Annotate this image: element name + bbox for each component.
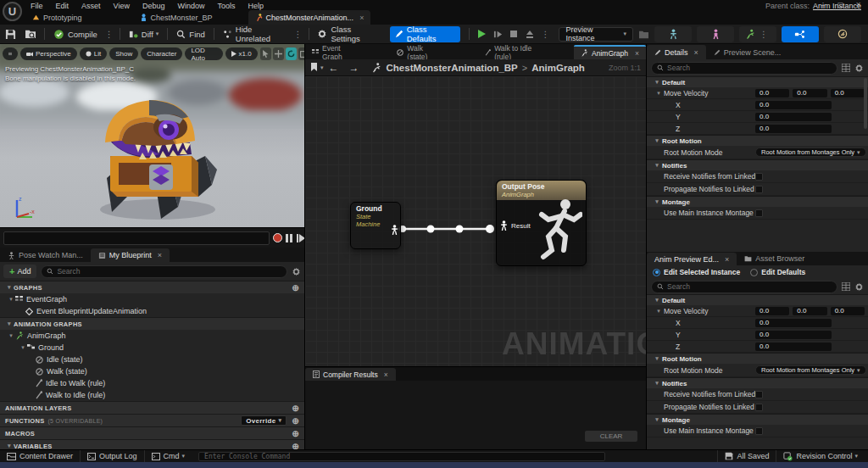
close-tab-icon[interactable]: ×	[694, 48, 698, 57]
pose-output-pin[interactable]	[391, 225, 398, 235]
root-motion-mode-dropdown[interactable]: Root Motion from Montages Only▾	[755, 365, 866, 375]
timeline-track[interactable]	[3, 231, 270, 245]
hide-unrelated-button[interactable]: Hide Unrelated	[218, 26, 292, 42]
play-icon[interactable]	[476, 29, 487, 39]
value-field[interactable]: 0.0	[755, 319, 832, 327]
value-y[interactable]: 0.0	[793, 307, 826, 315]
lit-dropdown[interactable]: Lit	[80, 47, 107, 60]
value-field[interactable]: 0.0	[755, 113, 832, 121]
value-field[interactable]: 0.0	[755, 331, 832, 339]
macros-section-header[interactable]: MACROS ⊕	[0, 426, 304, 439]
tab-event-graph[interactable]: Event Graph	[305, 45, 366, 59]
bookmark-dropdown-icon[interactable]: ▾	[320, 64, 324, 71]
value-z[interactable]: 0.0	[831, 307, 865, 315]
section-notifies[interactable]: ▾Notifies	[647, 159, 868, 170]
breadcrumb-leaf[interactable]: AnimGraph	[531, 63, 585, 73]
details-settings-icon[interactable]	[854, 64, 864, 73]
animation-graphs-section-header[interactable]: ▾ANIMATION GRAPHS	[0, 317, 304, 330]
tree-item-idle-to-walk-rule[interactable]: Idle to Walk (rule)	[0, 377, 304, 389]
compile-options-icon[interactable]: ⋮	[103, 30, 116, 39]
tab-walk-state[interactable]: Walk (state)	[390, 45, 449, 59]
search-input[interactable]	[667, 64, 832, 72]
anim-preview-settings-icon[interactable]	[854, 282, 864, 292]
scale-tool-icon[interactable]	[298, 47, 305, 60]
tab-compiler-results[interactable]: Compiler Results ×	[305, 368, 396, 381]
my-blueprint-search[interactable]	[41, 265, 287, 278]
menu-tools[interactable]: Tools	[217, 2, 235, 10]
tree-item-event-blueprintupdateanimation[interactable]: Event BlueprintUpdateAnimation	[0, 305, 304, 317]
tree-item-walk-state[interactable]: Walk (state)	[0, 365, 304, 377]
value-field[interactable]: 0.0	[755, 343, 832, 351]
perspective-dropdown[interactable]: Perspective	[20, 47, 77, 60]
scrollbar[interactable]	[864, 78, 867, 129]
animation-layers-section-header[interactable]: ANIMATION LAYERS ⊕	[0, 401, 304, 414]
value-y[interactable]: 0.0	[793, 89, 826, 98]
section-root-motion[interactable]: ▾Root Motion	[647, 353, 868, 364]
add-button[interactable]: +Add	[3, 265, 36, 278]
character-dropdown[interactable]: Character	[141, 47, 182, 60]
property-matrix-icon[interactable]	[842, 282, 850, 291]
add-animation-layer-icon[interactable]: ⊕	[292, 404, 299, 413]
console-command-input[interactable]	[198, 452, 605, 461]
step-forward-button[interactable]	[297, 234, 305, 242]
tab-asset-browser[interactable]: Asset Browser	[737, 252, 812, 265]
output-log-button[interactable]: Output Log	[81, 450, 145, 462]
all-saved-button[interactable]: All Saved	[717, 450, 776, 462]
value-x[interactable]: 0.0	[755, 307, 789, 315]
checkbox[interactable]	[755, 391, 763, 398]
select-tool-icon[interactable]	[260, 47, 271, 60]
property-matrix-icon[interactable]	[842, 64, 850, 72]
tab-prototyping[interactable]: Prototyping	[25, 10, 89, 25]
menu-view[interactable]: View	[114, 2, 130, 10]
lod-dropdown[interactable]: LOD Auto	[185, 47, 222, 60]
play-options-icon[interactable]: ⋮	[538, 30, 552, 39]
record-button[interactable]	[273, 233, 282, 242]
stop-icon[interactable]	[509, 30, 518, 38]
details-search[interactable]	[651, 62, 837, 75]
graphs-section-header[interactable]: ▾GRAPHS ⊕	[0, 281, 304, 293]
diff-button[interactable]: Diff▾	[124, 26, 164, 42]
close-tab-icon[interactable]: ×	[384, 370, 388, 379]
close-tab-icon[interactable]: ×	[635, 49, 639, 58]
persona-skeleton-tab[interactable]	[654, 26, 692, 42]
section-root-motion[interactable]: ▾Root Motion	[647, 135, 868, 146]
menu-debug[interactable]: Debug	[142, 2, 165, 10]
close-tab-icon[interactable]: ×	[725, 255, 729, 264]
tab-animgraph[interactable]: AnimGraph ×	[574, 45, 646, 59]
tab-details[interactable]: Details ×	[647, 45, 706, 59]
nav-back-icon[interactable]: ←	[329, 62, 339, 74]
tab-pose-watch-manager[interactable]: Pose Watch Man...	[0, 248, 91, 262]
content-drawer-button[interactable]: Content Drawer	[0, 450, 81, 462]
value-x[interactable]: 0.0	[755, 89, 789, 98]
tree-item-ground[interactable]: ▾ Ground	[0, 342, 304, 354]
clear-button[interactable]: CLEAR	[585, 431, 637, 442]
anim-preview-search[interactable]	[651, 281, 837, 293]
revision-control-button[interactable]: Revision Control▾	[776, 450, 868, 462]
browse-to-asset-icon[interactable]	[25, 29, 36, 39]
find-button[interactable]: Find	[171, 26, 209, 42]
radio-edit-defaults[interactable]	[750, 269, 758, 276]
settings-gear-icon[interactable]	[292, 267, 301, 276]
tree-item-eventgraph[interactable]: ▾ EventGraph	[0, 293, 304, 305]
save-asset-icon[interactable]	[5, 29, 16, 40]
section-montage[interactable]: ▾Montage	[647, 414, 868, 425]
checkbox[interactable]	[755, 209, 763, 217]
value-field[interactable]: 0.0	[755, 101, 832, 109]
frame-skip-icon[interactable]	[493, 30, 503, 39]
checkbox[interactable]	[755, 404, 763, 411]
search-input[interactable]	[57, 267, 281, 276]
menu-window[interactable]: Window	[177, 2, 204, 10]
class-settings-button[interactable]: Class Settings	[312, 26, 384, 42]
animgraph-canvas[interactable]: ANIMATION Ground State Machine Output Po…	[305, 76, 646, 366]
show-dropdown[interactable]: Show	[109, 47, 138, 60]
parent-class-link[interactable]: Anim Instance	[813, 2, 861, 10]
cmd-dropdown[interactable]: Cmd▾	[145, 450, 192, 462]
section-notifies[interactable]: ▾Notifies	[647, 377, 868, 388]
tree-item-idle-state[interactable]: Idle (state)	[0, 354, 304, 365]
compile-button[interactable]: Compile	[48, 26, 103, 42]
eject-icon[interactable]	[525, 30, 535, 39]
tab-my-blueprint[interactable]: My Blueprint ×	[91, 248, 170, 262]
viewport-menu-button[interactable]	[3, 47, 18, 60]
menu-asset[interactable]: Asset	[81, 2, 101, 10]
close-tab-icon[interactable]: ×	[158, 251, 162, 259]
